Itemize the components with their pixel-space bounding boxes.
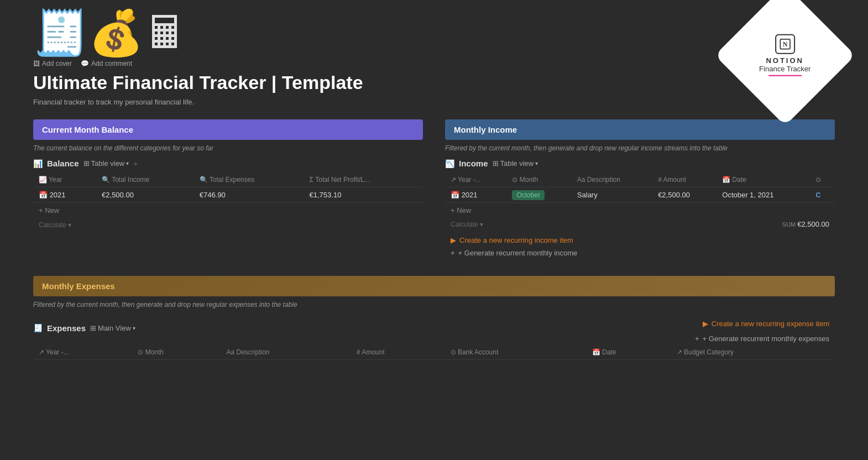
- notion-cube-icon: N: [775, 34, 795, 54]
- col-description: Aa Description: [572, 172, 652, 187]
- comment-icon: 💬: [81, 60, 89, 67]
- col-amount: # Amount: [652, 172, 717, 187]
- add-cover-button[interactable]: 🖼 Add cover: [33, 60, 72, 67]
- balance-section-desc: The current balance on the different cat…: [33, 144, 423, 152]
- hash-icon-2: #: [357, 348, 360, 356]
- notion-subtitle: Finance Tracker: [759, 65, 811, 73]
- col-bank-exp: ⊙ Bank Account: [445, 345, 587, 360]
- add-column-button[interactable]: +: [133, 159, 138, 168]
- cell-date: October 1, 2021: [717, 187, 810, 203]
- col-desc-exp: Aa Description: [221, 345, 351, 360]
- two-col-layout: Current Month Balance The current balanc…: [33, 119, 835, 259]
- expenses-table: ↗ Year -... ⊙ Month Aa Description # Amo…: [33, 345, 835, 360]
- meta-buttons-area: 🖼 Add cover 💬 Add comment: [33, 60, 835, 67]
- cell-amount: €2,500.00: [652, 187, 717, 203]
- sum-label: SUM: [782, 221, 798, 228]
- cell-year-income: 📅 2021: [445, 187, 506, 203]
- play-icon-2: ▶: [703, 320, 708, 328]
- expenses-table-toolbar: 🧾 Expenses ⊞ Main View ▾: [33, 323, 135, 333]
- table-row[interactable]: 📅 2021 €2,500.00 €746.90 €1,753.10: [33, 187, 423, 203]
- arrow-icon: ↗: [451, 176, 456, 184]
- cell-profit: €1,753.10: [304, 187, 423, 203]
- balance-section: Current Month Balance The current balanc…: [33, 119, 423, 259]
- circle-icon: ⊙: [512, 176, 517, 184]
- page-description: Financial tracker to track my personal f…: [33, 98, 835, 106]
- income-table-title: Income: [459, 159, 488, 168]
- col-budget-exp: ↗ Budget Category: [671, 345, 835, 360]
- expenses-table-container: ↗ Year -... ⊙ Month Aa Description # Amo…: [33, 345, 835, 360]
- expenses-view-selector[interactable]: ⊞ Main View ▾: [90, 324, 135, 332]
- content-area: Current Month Balance The current balanc…: [0, 119, 868, 360]
- col-year-income: ↗ Year -...: [445, 172, 506, 187]
- col-amount-exp: # Amount: [351, 345, 445, 360]
- chevron-down-icon-3: ▾: [133, 325, 135, 331]
- notion-underline-decoration: [768, 75, 802, 76]
- create-recurring-income-action[interactable]: ▶ Create a new recurring income item: [445, 234, 835, 247]
- col-year-exp: ↗ Year -...: [33, 345, 132, 360]
- sum-icon: Σ: [310, 176, 313, 184]
- arrow-icon-3: ↗: [677, 348, 682, 356]
- balance-table: 📈 Year 🔍 Total Income 🔍 Total Expenses Σ…: [33, 172, 423, 203]
- col-year: 📈 Year: [33, 172, 96, 187]
- expenses-table-icon: 🧾: [33, 323, 43, 332]
- text-icon: Aa: [577, 176, 585, 184]
- table-icon-3: ⊞: [90, 324, 96, 332]
- cell-description: Salary: [572, 187, 652, 203]
- cal-icon-2: 📅: [592, 348, 600, 356]
- monthly-income-desc: Filtered by the current month, then gene…: [445, 144, 835, 152]
- income-sum: SUM €2,500.00: [782, 220, 829, 228]
- table-icon-2: ⊞: [493, 159, 499, 168]
- cell-income: €2,500.00: [96, 187, 194, 203]
- balance-view-selector[interactable]: ⊞ Table view ▾: [83, 159, 129, 168]
- income-new-row[interactable]: + New: [445, 203, 835, 218]
- text-icon-2: Aa: [226, 348, 234, 356]
- income-view-selector[interactable]: ⊞ Table view ▾: [493, 159, 538, 168]
- monthly-income-section: Monthly Income Filtered by the current m…: [445, 119, 835, 259]
- monthly-expenses-title: Monthly Expenses: [42, 281, 115, 291]
- create-recurring-expense-action[interactable]: ▶ Create a new recurring expense item: [697, 317, 835, 330]
- plus-icon: +: [451, 249, 455, 257]
- expenses-toolbar-row: 🧾 Expenses ⊞ Main View ▾ ▶ Create a new …: [33, 315, 835, 345]
- add-comment-button[interactable]: 💬 Add comment: [81, 60, 132, 67]
- generate-monthly-income-action[interactable]: + + Generate recurrent monthly income: [445, 247, 835, 259]
- col-month: ⊙ Month: [506, 172, 571, 187]
- monthly-expenses-desc: Filtered by the current month, then gene…: [33, 301, 835, 309]
- calendar-icon-2: 📅: [451, 191, 459, 199]
- col-date: 📅 Date: [717, 172, 810, 187]
- year-col-icon: 📈: [39, 176, 47, 184]
- col-extra: ⊙: [810, 172, 835, 187]
- arrow-icon-2: ↗: [39, 348, 44, 356]
- image-icon: 🖼: [33, 60, 40, 67]
- play-icon: ▶: [451, 236, 456, 244]
- search-icon: 🔍: [102, 176, 110, 184]
- svg-text:N: N: [783, 40, 788, 48]
- balance-section-header: Current Month Balance: [33, 119, 423, 140]
- balance-table-toolbar: 📊 Balance ⊞ Table view ▾ +: [33, 159, 423, 168]
- cell-month: October: [506, 187, 571, 203]
- expenses-right-actions: ▶ Create a new recurring expense item + …: [689, 317, 835, 345]
- income-table-icon: 📉: [445, 159, 454, 168]
- balance-table-title: Balance: [47, 159, 79, 168]
- hash-icon: #: [658, 176, 662, 184]
- col-total-expenses: 🔍 Total Expenses: [194, 172, 304, 187]
- balance-new-row[interactable]: + New: [33, 203, 423, 218]
- search-icon-2: 🔍: [200, 176, 208, 184]
- generate-monthly-expenses-action[interactable]: + + Generate recurrent monthly expenses: [689, 332, 835, 345]
- income-table-toolbar: 📉 Income ⊞ Table view ▾: [445, 159, 835, 168]
- header-area: 🧾💰🖩 N NOTION Finance Tracker 🖼 Add cover…: [0, 0, 868, 106]
- balance-calculate[interactable]: Calculate ▾: [33, 218, 423, 232]
- circle-icon-3: ⊙: [451, 348, 456, 356]
- balance-table-icon: 📊: [33, 159, 43, 168]
- cell-expenses: €746.90: [194, 187, 304, 203]
- col-date-exp: 📅 Date: [587, 345, 671, 360]
- chevron-down-icon: ▾: [126, 160, 129, 166]
- page-icon: 🧾💰🖩: [33, 11, 835, 55]
- cell-year: 📅 2021: [33, 187, 96, 203]
- table-icon: ⊞: [83, 159, 90, 168]
- monthly-expenses-section: Monthly Expenses Filtered by the current…: [33, 276, 835, 360]
- circle-icon-2: ⊙: [138, 348, 143, 356]
- table-row[interactable]: 📅 2021 October Salary €2,500.00 October …: [445, 187, 835, 203]
- cell-extra: C: [810, 187, 835, 203]
- col-total-income: 🔍 Total Income: [96, 172, 194, 187]
- balance-table-container: 📈 Year 🔍 Total Income 🔍 Total Expenses Σ…: [33, 172, 423, 232]
